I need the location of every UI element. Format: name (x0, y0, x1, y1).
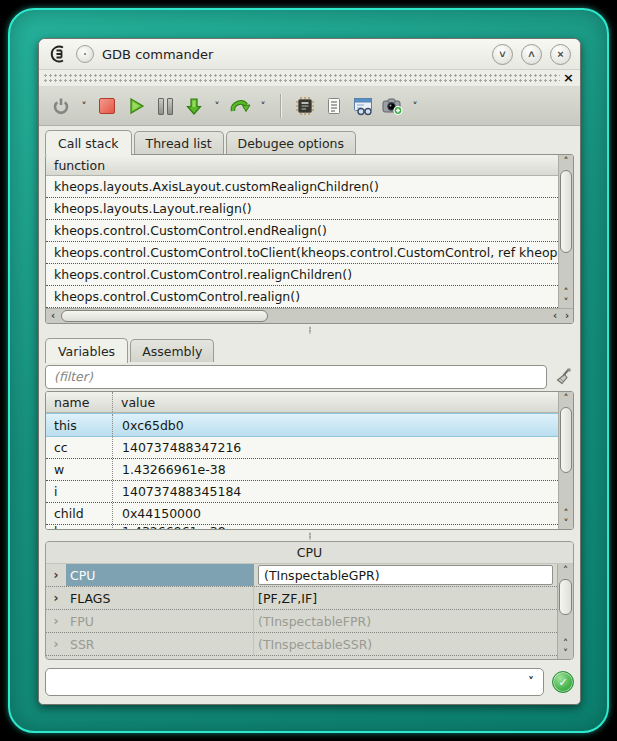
variables-panel: name value this 0xc65db0 cc 140737488347… (45, 391, 574, 530)
command-input[interactable] (54, 674, 523, 691)
step-into-dropdown[interactable]: ˅ (211, 101, 223, 112)
clear-filter-button[interactable] (554, 367, 574, 387)
cpu-value-field[interactable]: (TInspectableGPR) (258, 565, 553, 585)
callstack-horizontal-scrollbar[interactable]: ‹ ‹ › (46, 308, 573, 323)
variables-column-headers[interactable]: name value (46, 392, 558, 413)
variable-row[interactable]: i 140737488345184 (46, 481, 558, 503)
command-bar: ˅ ✓ (39, 660, 580, 704)
send-command-button[interactable]: ✓ (552, 671, 574, 693)
callstack-frame[interactable]: kheops.control.CustomControl.realignChil… (46, 264, 558, 286)
step-into-icon (184, 96, 204, 116)
splitter-handle[interactable] (39, 324, 580, 336)
variable-row[interactable]: child 0x44150000 (46, 503, 558, 525)
toolbar-separator (280, 94, 282, 118)
callstack-frame[interactable]: kheops.layouts.Layout.realign() (46, 198, 558, 220)
cpu-register-tree: › CPU (TInspectableGPR) › FLAGS [PF,ZF,I… (46, 564, 557, 659)
cpu-row-ssr[interactable]: › SSR (TInspectableSSR) (46, 633, 557, 656)
close-button[interactable]: × (550, 44, 571, 65)
splitter-handle[interactable] (39, 530, 580, 541)
column-name[interactable]: name (46, 392, 113, 412)
cpu-panel-title: CPU (46, 542, 573, 564)
step-into-button[interactable] (182, 93, 206, 119)
expander-icon[interactable]: › (46, 587, 66, 609)
callstack-frame[interactable]: kheops.control.CustomControl.toClient(kh… (46, 242, 558, 264)
cpu-view-button[interactable] (293, 93, 317, 119)
variable-row[interactable]: this 0xc65db0 (46, 413, 558, 437)
variables-vertical-scrollbar[interactable]: ˄ ˄ ˅ (558, 392, 573, 529)
step-over-icon (229, 96, 251, 116)
window-title: GDB commander (102, 47, 213, 62)
callstack-vertical-scrollbar[interactable]: ˄ ˄ ˅ (558, 155, 573, 308)
cpu-inspector-panel: CPU › CPU (TInspectableGPR) › FLAGS [PF,… (45, 541, 574, 660)
scroll-down-icon[interactable]: ˅ (558, 649, 573, 659)
watches-list-button[interactable] (322, 93, 346, 119)
callstack-frame[interactable]: kheops.layouts.AxisLayout.customRealignC… (46, 176, 558, 198)
scrollbar-thumb[interactable] (61, 310, 268, 322)
expander-icon[interactable]: › (46, 633, 66, 655)
dock-grip-handle[interactable]: × (39, 70, 580, 87)
scrollbar-thumb[interactable] (559, 579, 572, 615)
scroll-right-icon[interactable]: › (561, 309, 573, 323)
chevron-down-icon: ˅ (499, 49, 505, 60)
cpu-chip-icon (295, 96, 315, 116)
cpu-row-flags[interactable]: › FLAGS [PF,ZF,IF] (46, 587, 557, 610)
step-over-dropdown[interactable]: ˅ (257, 101, 269, 112)
tab-assembly[interactable]: Assembly (130, 339, 214, 362)
titlebar[interactable]: GDB commander ˅ ˄ × (39, 39, 580, 70)
tab-debugee-options[interactable]: Debugee options (226, 131, 357, 154)
variable-row[interactable]: w 1.43266961e-38 (46, 459, 558, 481)
cpu-row-fpu[interactable]: › FPU (TInspectableFPR) (46, 610, 557, 633)
cpu-vertical-scrollbar[interactable]: ˄ ˄ ˅ (557, 564, 573, 659)
snapshot-dropdown[interactable]: ˅ (409, 101, 421, 112)
check-icon: ✓ (558, 676, 567, 689)
column-value[interactable]: value (113, 395, 155, 410)
scroll-down-icon[interactable]: ˅ (559, 519, 573, 529)
scroll-up-icon[interactable]: ˄ (559, 392, 573, 406)
variables-table: name value this 0xc65db0 cc 140737488347… (46, 392, 558, 529)
filter-row (39, 362, 580, 391)
scroll-up-icon[interactable]: ˄ (558, 564, 573, 578)
callstack-frame[interactable]: kheops.control.CustomControl.endRealign(… (46, 220, 558, 242)
inspector-button[interactable] (351, 93, 375, 119)
stop-icon (99, 98, 115, 114)
gdb-commander-window: GDB commander ˅ ˄ × × ˅ (38, 38, 581, 705)
tab-thread-list[interactable]: Thread list (134, 131, 224, 154)
vars-tabbar: Variables Assembly (39, 336, 580, 362)
power-dropdown[interactable]: ˅ (78, 101, 90, 112)
dock-close-icon[interactable]: × (563, 70, 574, 86)
document-list-icon (324, 96, 344, 116)
power-button[interactable] (49, 93, 73, 119)
debug-toolbar: ˅ ˅ ˅ (39, 87, 580, 126)
variable-row[interactable]: h 1.43266961e-38 (46, 525, 558, 529)
expander-icon[interactable]: › (46, 564, 66, 586)
stop-button[interactable] (95, 93, 119, 119)
expander-icon[interactable]: › (46, 610, 66, 632)
scrollbar-thumb[interactable] (560, 407, 572, 473)
window-menu-button[interactable] (76, 45, 94, 63)
window-inspect-icon (352, 96, 374, 116)
snapshot-button[interactable] (380, 93, 404, 119)
filter-input[interactable] (45, 365, 547, 389)
callstack-list: function kheops.layouts.AxisLayout.custo… (46, 155, 558, 308)
tab-call-stack[interactable]: Call stack (45, 130, 132, 155)
scrollbar-thumb[interactable] (560, 170, 572, 253)
grip-dots (43, 73, 560, 83)
step-over-button[interactable] (228, 93, 252, 119)
shade-button[interactable]: ˅ (492, 44, 513, 65)
app-logo-icon (48, 44, 68, 64)
scroll-left-icon[interactable]: ‹ (549, 309, 561, 323)
tab-variables[interactable]: Variables (45, 338, 128, 363)
gdb-command-combobox[interactable]: ˅ (45, 668, 544, 696)
callstack-panel: function kheops.layouts.AxisLayout.custo… (45, 154, 574, 324)
scroll-up-icon[interactable]: ˄ (559, 155, 573, 169)
unshade-button[interactable]: ˄ (521, 44, 542, 65)
cpu-row-gpr[interactable]: › CPU (TInspectableGPR) (46, 564, 557, 587)
combo-dropdown-icon[interactable]: ˅ (523, 675, 539, 689)
run-button[interactable] (124, 93, 148, 119)
pause-button[interactable] (153, 93, 177, 119)
callstack-frame[interactable]: kheops.control.CustomControl.realign() (46, 286, 558, 308)
scroll-left-icon[interactable]: ‹ (46, 309, 60, 323)
scroll-down-icon[interactable]: ˅ (559, 298, 573, 308)
variable-row[interactable]: cc 140737488347216 (46, 437, 558, 459)
callstack-column-header[interactable]: function (46, 155, 558, 176)
